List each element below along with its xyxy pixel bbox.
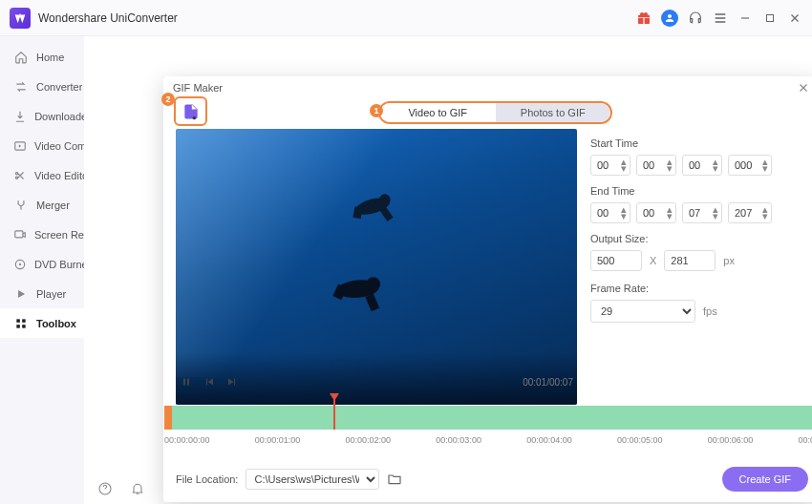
app-title: Wondershare UniConverter — [38, 11, 178, 25]
start-sec[interactable]: ▴▾ — [682, 155, 722, 176]
timeline-track[interactable] — [164, 406, 812, 430]
step-badge-2: 2 — [161, 93, 175, 106]
menu-icon[interactable] — [713, 10, 728, 26]
start-ms[interactable]: ▴▾ — [728, 155, 772, 176]
timecode: 00:01/00:07 — [523, 377, 573, 388]
sidebar-item-merger[interactable]: Merger — [0, 190, 84, 220]
start-hour[interactable]: ▴▾ — [590, 155, 630, 176]
pause-button[interactable] — [180, 375, 193, 388]
converter-icon — [13, 79, 29, 94]
chevron-down-icon[interactable]: ▾ — [620, 165, 628, 172]
video-preview[interactable] — [176, 129, 577, 405]
headset-icon[interactable] — [688, 10, 703, 26]
end-sec[interactable]: ▴▾ — [682, 202, 722, 223]
sidebar-item-recorder[interactable]: Screen Recorder — [0, 220, 84, 249]
add-file-button[interactable] — [174, 96, 207, 126]
download-icon — [13, 109, 27, 124]
step-badge-1: 1 — [370, 104, 383, 117]
merge-icon — [13, 198, 29, 213]
play-icon — [13, 286, 29, 302]
playback-controls: 00:01/00:07 — [176, 376, 577, 388]
end-hour[interactable]: ▴▾ — [590, 202, 630, 223]
sidebar-item-player[interactable]: Player — [0, 279, 84, 308]
help-icon[interactable] — [97, 481, 113, 496]
grid-icon — [13, 316, 29, 331]
end-ms[interactable]: ▴▾ — [728, 202, 772, 223]
svg-rect-5 — [16, 319, 20, 323]
sidebar-item-editor[interactable]: Video Editor — [0, 160, 84, 190]
start-time-label: Start Time — [590, 137, 810, 149]
sidebar-item-downloader[interactable]: Downloader — [0, 101, 84, 131]
modal-footer: File Location: C:\Users\ws\Pictures\Wond… — [176, 466, 808, 493]
svg-point-4 — [19, 262, 21, 264]
playhead[interactable] — [333, 397, 335, 430]
main-content: data etadata CD. GIF Maker 2 Video to GI… — [84, 36, 812, 504]
gif-settings: Start Time ▴▾ ▴▾ ▴▾ ▴▾ End Time ▴▾ ▴▾ ▴▾… — [590, 137, 810, 323]
timeline[interactable]: 00:00:00:00 00:00:01:00 00:00:02:00 00:0… — [163, 397, 812, 454]
sidebar-item-compressor[interactable]: Video Compressor — [0, 131, 84, 160]
titlebar: Wondershare UniConverter — [0, 0, 812, 36]
frame-rate-label: Frame Rate: — [590, 283, 810, 294]
end-time-label: End Time — [590, 185, 810, 197]
svg-rect-8 — [22, 325, 26, 328]
maximize-icon[interactable] — [762, 10, 778, 26]
svg-rect-17 — [365, 294, 379, 312]
trim-handle-left[interactable] — [164, 406, 172, 430]
modal-close-icon[interactable] — [796, 80, 811, 95]
output-size-label: Output Size: — [590, 233, 810, 244]
end-min[interactable]: ▴▾ — [636, 202, 676, 223]
tab-video-to-gif[interactable]: Video to GIF — [380, 103, 496, 122]
prev-button[interactable] — [203, 375, 216, 388]
start-min[interactable]: ▴▾ — [636, 155, 676, 176]
gif-maker-modal: GIF Maker 2 Video to GIF Photos to GIF 1 — [163, 76, 812, 502]
sidebar-item-toolbox[interactable]: Toolbox — [0, 308, 84, 338]
timeline-ticks: 00:00:00:00 00:00:01:00 00:00:02:00 00:0… — [164, 435, 812, 445]
scissors-icon — [13, 168, 27, 183]
app-logo — [10, 8, 31, 29]
svg-rect-0 — [767, 14, 774, 21]
close-icon[interactable] — [787, 10, 802, 26]
sidebar-item-converter[interactable]: Converter — [0, 72, 84, 101]
svg-rect-7 — [16, 325, 20, 328]
output-height[interactable] — [664, 250, 716, 271]
user-avatar[interactable] — [661, 10, 678, 27]
file-location-select[interactable]: C:\Users\ws\Pictures\Wonders — [246, 469, 379, 490]
tabs: Video to GIF Photos to GIF — [378, 101, 612, 124]
svg-rect-6 — [22, 319, 26, 323]
home-icon — [13, 50, 29, 65]
folder-icon[interactable] — [387, 472, 402, 487]
record-icon — [13, 227, 27, 242]
create-gif-button[interactable]: Create GIF — [722, 467, 808, 492]
sidebar-item-dvd[interactable]: DVD Burner — [0, 249, 84, 279]
compress-icon — [13, 138, 27, 154]
sidebar: Home Converter Downloader Video Compress… — [0, 36, 84, 504]
gift-icon[interactable] — [636, 10, 652, 26]
sidebar-item-home[interactable]: Home — [0, 42, 84, 72]
frame-rate-select[interactable]: 29 — [590, 300, 695, 323]
bell-icon[interactable] — [130, 481, 145, 496]
minimize-icon[interactable] — [737, 10, 753, 26]
modal-title: GIF Maker — [173, 82, 223, 94]
disc-icon — [13, 257, 27, 272]
tab-photos-to-gif[interactable]: Photos to GIF — [496, 103, 611, 122]
svg-rect-2 — [15, 230, 23, 237]
next-button[interactable] — [225, 375, 239, 388]
file-location-label: File Location: — [176, 473, 238, 485]
output-width[interactable] — [590, 250, 642, 271]
svg-rect-12 — [353, 206, 362, 219]
